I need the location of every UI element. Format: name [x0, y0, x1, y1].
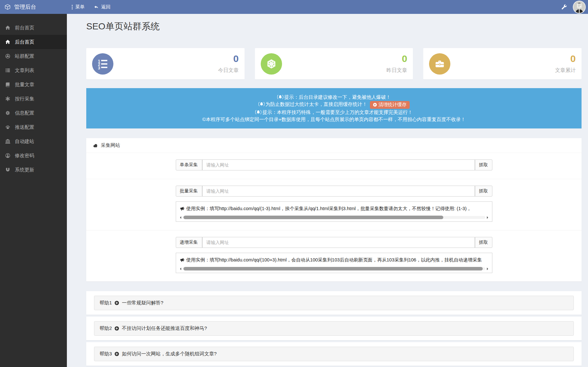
paw-icon [5, 125, 10, 130]
home-icon [5, 25, 10, 30]
incremental-collect-label: 递增采集 [176, 237, 202, 248]
main-content: SEO单页站群系统 123 0 今日文章 0 昨日文章 [67, 14, 588, 367]
incremental-collect-group: 递增采集 抓取 [176, 237, 492, 248]
topbar: 管理后台 菜单 返回 [0, 0, 588, 14]
app-brand[interactable]: 管理后台 [0, 3, 67, 11]
sidebar-item-article-list[interactable]: 文章列表 [0, 63, 67, 77]
home-icon [5, 39, 10, 45]
tools-wrench-button[interactable] [556, 0, 573, 14]
incremental-collect-hint: 使用实例：填写http://baidu.com/qq/(100+3).html，… [180, 257, 488, 263]
list-icon [5, 68, 10, 73]
sidebar-item-info-config[interactable]: 信息配置 [0, 106, 67, 120]
arrow-circle-right-icon [114, 326, 119, 331]
hexagon-icon [261, 53, 282, 75]
user-avatar[interactable] [573, 1, 586, 14]
menu-button-label: 菜单 [75, 4, 85, 10]
bell-icon [255, 110, 261, 115]
svg-text:3: 3 [98, 66, 100, 69]
stat-card-today: 123 0 今日文章 [86, 48, 245, 79]
sidebar-item-admin-home[interactable]: 后台首页 [0, 35, 67, 49]
bullhorn-icon [180, 206, 185, 211]
single-collect-label: 单条采集 [176, 159, 202, 170]
help-3-header[interactable]: 帮助3 如何访问一次网站，生成多个随机组词文章? [94, 347, 574, 361]
bell-icon [277, 95, 283, 99]
sidebar-item-front-home[interactable]: 前台首页 [0, 21, 67, 35]
sidebar-item-auto-build[interactable]: 自动建站 [0, 134, 67, 148]
back-button[interactable]: 返回 [89, 0, 115, 14]
sidebar-item-label: 站群配置 [15, 53, 34, 59]
sidebar-item-label: 文章列表 [15, 67, 34, 74]
cube-logo-icon [5, 4, 11, 10]
sidebar-item-label: 修改密码 [15, 153, 34, 159]
bell-icon [258, 102, 265, 107]
scrollbar-thumb[interactable] [184, 216, 444, 219]
scrollbar-track[interactable] [183, 216, 485, 219]
arrow-circle-right-icon [373, 103, 377, 107]
help-2-text: 不挂访问计划任务还能推送百度和神马? [122, 325, 207, 331]
stat-value-today: 0 [218, 54, 239, 64]
scroll-left-arrow[interactable] [180, 216, 181, 219]
bullhorn-icon [180, 258, 185, 262]
alert-line-2: 为防止数据过大统计太卡，直接启用缓存统计！ 清理统计缓存 [89, 101, 578, 109]
stat-value-total: 0 [555, 54, 576, 64]
alert-line-1: 提示：后台目录建议修改一下，避免被他人爆破！ [89, 94, 578, 101]
batch-collect-grab-button[interactable]: 抓取 [475, 186, 492, 197]
sidebar-item-label: 推送配置 [15, 124, 34, 130]
horizontal-scrollbar[interactable] [180, 266, 488, 271]
sidebar-item-batch-articles[interactable]: 批量文章 [0, 77, 67, 92]
collect-panel-title: 采集网站 [101, 142, 120, 148]
scroll-right-arrow[interactable] [487, 216, 488, 219]
batch-collect-url-input[interactable] [202, 186, 475, 197]
chrome-icon [5, 54, 10, 59]
help-2-label: 帮助2 [100, 325, 112, 331]
incremental-collect-url-input[interactable] [202, 237, 475, 248]
clear-stats-cache-button[interactable]: 清理统计缓存 [370, 101, 410, 109]
batch-collect-label: 批量采集 [176, 186, 202, 197]
scrollbar-thumb[interactable] [184, 267, 483, 270]
sidebar-item-site-group-config[interactable]: 站群配置 [0, 49, 67, 63]
stat-label-total: 文章累计 [555, 67, 576, 74]
sidebar-item-push-config[interactable]: 推送配置 [0, 120, 67, 134]
collect-panel: 采集网站 单条采集 抓取 批量采集 抓取 使用实例：填写h [86, 138, 582, 281]
magnet-icon [5, 167, 10, 172]
help-1-text: 一些常规疑问解答? [122, 300, 163, 306]
sidebar-item-system-update[interactable]: 系统更新 [0, 163, 67, 177]
asterisk-icon [5, 96, 10, 101]
stat-label-yesterday: 昨日文章 [386, 67, 407, 74]
sidebar-item-label: 后台首页 [15, 39, 34, 45]
collect-panel-header: 采集网站 [86, 138, 582, 153]
scrollbar-track[interactable] [183, 267, 485, 270]
horizontal-scrollbar[interactable] [180, 215, 488, 220]
single-collect-group: 单条采集 抓取 [176, 159, 492, 170]
sidebar-item-label: 批量文章 [15, 82, 34, 88]
bank-icon [5, 139, 10, 144]
sidebar-item-line-collect[interactable]: 按行采集 [0, 92, 67, 106]
single-collect-url-input[interactable] [202, 159, 475, 170]
single-collect-grab-button[interactable]: 抓取 [475, 159, 492, 170]
sidebar-item-label: 按行采集 [15, 96, 34, 102]
scroll-left-arrow[interactable] [180, 268, 181, 270]
incremental-collect-grab-button[interactable]: 抓取 [475, 237, 492, 248]
sidebar-item-change-password[interactable]: 修改密码 [0, 148, 67, 163]
app-title: 管理后台 [14, 3, 36, 11]
wrench-icon [562, 4, 567, 10]
cloud-icon [93, 143, 98, 148]
arrow-circle-right-icon [114, 352, 119, 356]
help-panel-1: 帮助1 一些常规疑问解答? [86, 291, 582, 315]
reply-arrow-icon [94, 5, 99, 9]
sidebar-item-label: 自动建站 [15, 138, 34, 145]
gear-icon [5, 110, 10, 116]
help-2-header[interactable]: 帮助2 不挂访问计划任务还能推送百度和神马? [94, 321, 574, 336]
stat-label-today: 今日文章 [218, 67, 239, 74]
menu-button[interactable]: 菜单 [67, 0, 89, 14]
user-circle-icon [5, 153, 10, 158]
notice-alert: 提示：后台目录建议修改一下，避免被他人爆破！ 为防止数据过大统计太卡，直接启用缓… [86, 88, 582, 128]
briefcase-icon [429, 53, 450, 75]
sidebar-item-label: 前台首页 [15, 25, 34, 31]
collect-row-incremental: 递增采集 抓取 使用实例：填写http://baidu.com/qq/(100+… [86, 230, 582, 281]
book-icon [5, 82, 10, 87]
stat-value-yesterday: 0 [386, 54, 407, 64]
scroll-right-arrow[interactable] [487, 268, 488, 270]
ordered-list-icon: 123 [92, 53, 113, 75]
help-1-header[interactable]: 帮助1 一些常规疑问解答? [94, 296, 574, 310]
